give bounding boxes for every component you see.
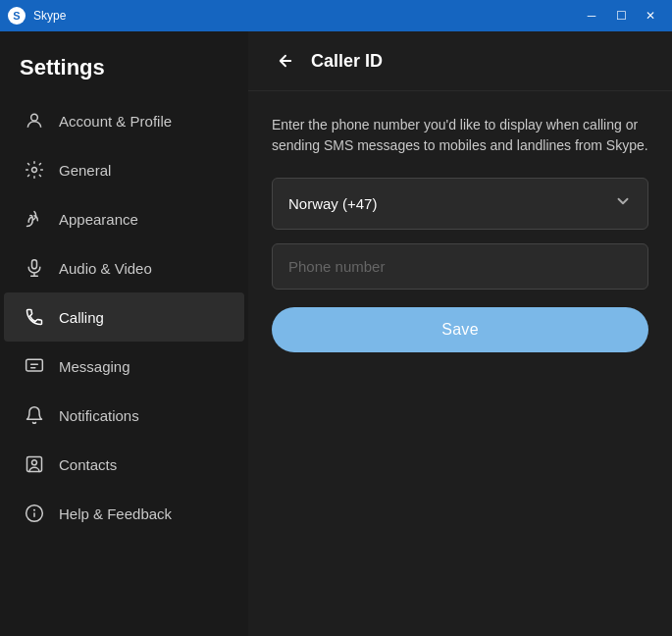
window-controls: ─ ☐ ✕ xyxy=(578,6,664,26)
sidebar-item-calling[interactable]: Calling xyxy=(4,292,244,342)
sidebar-label-account: Account & Profile xyxy=(59,113,172,130)
svg-rect-3 xyxy=(26,359,43,371)
phone-number-input[interactable] xyxy=(272,243,648,290)
app-body: Settings Account & Profile General Appea… xyxy=(0,31,672,636)
description-text: Enter the phone number you'd like to dis… xyxy=(272,115,648,156)
sidebar-item-account[interactable]: Account & Profile xyxy=(4,96,244,145)
content-body: Enter the phone number you'd like to dis… xyxy=(248,91,672,636)
bell-icon xyxy=(24,404,45,426)
svg-rect-4 xyxy=(27,457,42,472)
sidebar-label-calling: Calling xyxy=(59,309,104,326)
phone-icon xyxy=(24,306,45,328)
sidebar-item-appearance[interactable]: Appearance xyxy=(4,194,244,243)
maximize-button[interactable]: ☐ xyxy=(607,6,635,26)
page-title: Caller ID xyxy=(311,51,383,72)
sidebar-label-contacts: Contacts xyxy=(59,456,117,473)
chevron-down-icon xyxy=(614,192,632,215)
sidebar-item-notifications[interactable]: Notifications xyxy=(4,391,244,440)
sidebar-label-messaging: Messaging xyxy=(59,358,130,375)
back-button[interactable] xyxy=(272,47,299,75)
sidebar-item-messaging[interactable]: Messaging xyxy=(4,342,244,391)
info-icon xyxy=(24,503,45,524)
content-panel: Caller ID Enter the phone number you'd l… xyxy=(248,31,672,636)
country-selected-label: Norway (+47) xyxy=(288,195,377,212)
country-dropdown[interactable]: Norway (+47) xyxy=(272,178,648,230)
sidebar-item-general[interactable]: General xyxy=(4,145,244,194)
app-title: Skype xyxy=(33,9,66,23)
sidebar-item-audio-video[interactable]: Audio & Video xyxy=(4,243,244,292)
contacts-icon xyxy=(24,453,45,475)
minimize-button[interactable]: ─ xyxy=(578,6,605,26)
close-button[interactable]: ✕ xyxy=(637,6,664,26)
sidebar-title: Settings xyxy=(0,31,248,96)
sidebar-label-general: General xyxy=(59,162,111,179)
sidebar-label-appearance: Appearance xyxy=(59,211,138,228)
skype-logo-icon: S xyxy=(8,7,26,25)
sidebar-label-audio-video: Audio & Video xyxy=(59,260,152,277)
appearance-icon xyxy=(24,208,45,230)
gear-icon xyxy=(24,159,45,181)
sidebar-label-help: Help & Feedback xyxy=(59,505,172,522)
title-bar-left: S Skype xyxy=(8,7,66,25)
sidebar: Settings Account & Profile General Appea… xyxy=(0,31,248,636)
save-button[interactable]: Save xyxy=(272,307,648,352)
microphone-icon xyxy=(24,257,45,279)
person-icon xyxy=(24,110,45,132)
content-header: Caller ID xyxy=(248,31,672,91)
sidebar-item-contacts[interactable]: Contacts xyxy=(4,440,244,489)
svg-point-1 xyxy=(32,168,37,173)
sidebar-item-help[interactable]: Help & Feedback xyxy=(4,489,244,538)
sidebar-label-notifications: Notifications xyxy=(59,407,139,424)
title-bar: S Skype ─ ☐ ✕ xyxy=(0,0,672,31)
svg-point-0 xyxy=(31,114,38,121)
svg-rect-2 xyxy=(32,260,37,269)
message-icon xyxy=(24,355,45,377)
